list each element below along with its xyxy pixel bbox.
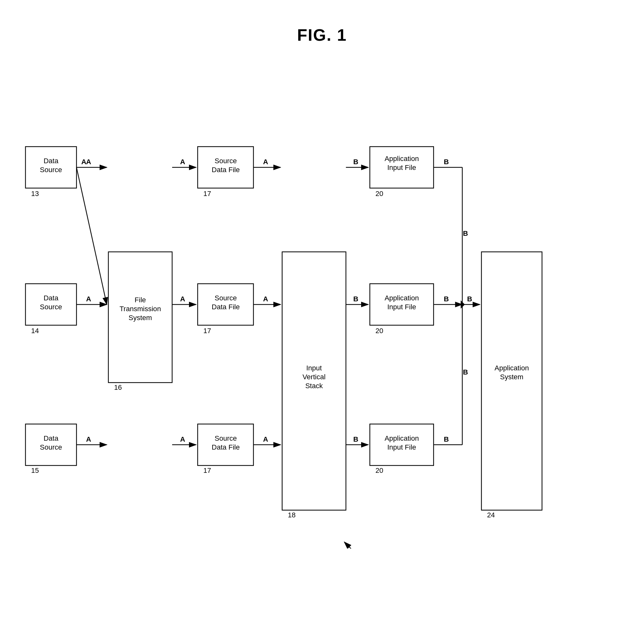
data-source-1-label: Data xyxy=(44,157,59,165)
data-source-2-number: 14 xyxy=(31,327,39,335)
arrow-label-merge-as: B xyxy=(467,295,472,303)
source-file-3-label1: Source xyxy=(214,434,237,442)
source-file-2-label2: Data File xyxy=(212,303,240,311)
file-transmission-number: 16 xyxy=(114,383,122,391)
app-input-1-label2: Input File xyxy=(387,164,416,171)
arrow-label-fts-sdf3: A xyxy=(180,435,185,443)
data-source-2-label: Data xyxy=(44,294,59,302)
source-file-3-number: 17 xyxy=(203,466,211,474)
application-system-label1: Application xyxy=(494,364,529,372)
arrow-label-fts-sdf1: A xyxy=(180,158,185,166)
arrow-label-aif2-as: B xyxy=(444,295,449,303)
app-input-2-number: 20 xyxy=(375,327,383,335)
svg-line-21 xyxy=(344,542,370,549)
input-vertical-stack-label1: Input xyxy=(306,364,322,372)
page-title: FIG. 1 xyxy=(0,0,644,45)
arrow-label-aif1-as: B xyxy=(444,158,449,166)
app-input-3-label2: Input File xyxy=(387,443,416,451)
arrow-label-ivs-aif3: B xyxy=(353,435,358,443)
arrow-label-ivs-aif1: B xyxy=(353,158,358,166)
source-file-2-number: 17 xyxy=(203,327,211,335)
app-input-1-number: 20 xyxy=(375,190,383,198)
source-file-1-number: 17 xyxy=(203,190,211,198)
source-file-2-label1: Source xyxy=(214,294,237,302)
arrow-label-vertical-top: B xyxy=(463,229,468,237)
arrow-label-vertical-bottom: B xyxy=(463,368,468,376)
file-transmission-label1: File xyxy=(135,296,146,304)
app-input-3-label1: Application xyxy=(385,434,419,442)
diagram-container: Data Source 13 Data Source 14 Data Sourc… xyxy=(19,89,625,549)
app-input-2-label1: Application xyxy=(385,294,419,302)
app-input-2-label2: Input File xyxy=(387,303,416,311)
app-input-3-number: 20 xyxy=(375,466,383,474)
data-source-1-label2: Source xyxy=(40,166,62,174)
arrow-label-sdf1-ivs: A xyxy=(263,158,268,166)
arrow-label-sdf2-ivs: A xyxy=(263,295,268,303)
arrow-label-fts-sdf2: A xyxy=(180,295,185,303)
input-vertical-stack-label2: Vertical xyxy=(303,373,325,381)
data-source-2-label2: Source xyxy=(40,303,62,311)
app-input-1-label1: Application xyxy=(385,155,419,163)
arrow-label-ivs-aif2: B xyxy=(353,295,358,303)
data-source-3-label2: Source xyxy=(40,443,62,451)
source-file-3-label2: Data File xyxy=(212,443,240,451)
input-vertical-stack-label3: Stack xyxy=(305,382,323,390)
application-system-number: 24 xyxy=(487,511,495,519)
arrow-label-sdf3-ivs: A xyxy=(263,435,268,443)
arrow-label-ds3-fts: A xyxy=(86,435,91,443)
svg-line-2 xyxy=(76,167,107,305)
arrow-label-ds2-fts: A xyxy=(86,295,91,303)
arrow-label-aif3-as: B xyxy=(444,435,449,443)
data-source-3-number: 15 xyxy=(31,466,39,474)
application-system-label2: System xyxy=(500,373,523,381)
source-file-1-label2: Data File xyxy=(212,166,240,174)
arrow-label-ds1-fts: A xyxy=(86,158,91,166)
file-transmission-label3: System xyxy=(129,314,152,322)
source-file-1-label1: Source xyxy=(214,157,237,165)
svg-text:A: A xyxy=(81,158,86,166)
data-source-3-label: Data xyxy=(44,434,59,442)
merge-symbol xyxy=(461,300,465,309)
input-vertical-stack-number: 18 xyxy=(288,511,296,519)
file-transmission-label2: Transmission xyxy=(120,305,161,313)
data-source-1-number: 13 xyxy=(31,190,39,198)
